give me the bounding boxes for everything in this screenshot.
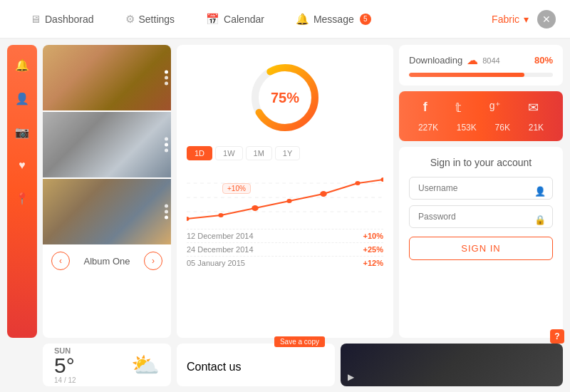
chart-val-2: +12%	[363, 259, 383, 267]
chart-data-row-1: 24 December 2014 +25%	[187, 242, 383, 256]
twitter-stat: 153K	[457, 123, 477, 133]
facebook-icon[interactable]: f	[423, 100, 428, 115]
contact-title: Contact us	[187, 351, 325, 373]
album-image-3	[43, 179, 171, 244]
download-cloud-icon: ☁	[467, 53, 478, 67]
signin-button[interactable]: SIGN IN	[409, 237, 553, 260]
password-icon: 🔒	[534, 215, 546, 225]
progress-fill	[409, 73, 524, 77]
nav-dashboard-label: Dashborad	[45, 14, 94, 25]
nav-settings[interactable]: ⚙ Settings	[110, 0, 191, 38]
donut-chart: 75%	[187, 55, 383, 140]
right-panel: Downloading ☁ 8044 80% f 𝕥 g⁺ ✉	[399, 45, 563, 338]
album-card: ‹ Album One ›	[43, 45, 171, 338]
chart-tabs: 1D 1W 1M 1Y	[187, 146, 383, 160]
username-icon: 👤	[534, 186, 546, 197]
fabric-arrow-icon: ▾	[524, 14, 529, 25]
album-prev-button[interactable]: ‹	[51, 252, 70, 270]
left-sidebar: 🔔 👤 📷 ♥ 📍	[7, 45, 37, 338]
social-card: f 𝕥 g⁺ ✉ 227K 153K 76K 21K	[399, 91, 563, 141]
weather-date: 14 / 12	[54, 376, 76, 384]
chart-date-0: 12 December 2014	[187, 232, 254, 240]
help-badge[interactable]: ?	[550, 329, 564, 344]
album-image-1	[43, 45, 171, 110]
download-label: Downloading	[409, 55, 462, 66]
googleplus-icon[interactable]: g⁺	[489, 100, 500, 115]
nav-fabric[interactable]: Fabric ▾ ✕	[492, 10, 556, 29]
username-input[interactable]	[409, 177, 553, 200]
weather-info: SUN 5° 14 / 12	[54, 346, 76, 384]
top-nav: 🖥 Dashborad ⚙ Settings 📅 Calendar 🔔 Mess…	[0, 0, 570, 39]
save-copy-badge[interactable]: Save a copy	[274, 336, 325, 347]
password-input[interactable]	[409, 205, 553, 228]
social-stats-row: 227K 153K 76K 21K	[409, 123, 553, 133]
dashboard-icon: 🖥	[30, 13, 41, 25]
tab-1y[interactable]: 1Y	[275, 146, 300, 160]
svg-point-5	[187, 217, 190, 221]
line-chart: +10%	[187, 169, 383, 226]
download-title: Downloading ☁ 8044	[409, 53, 500, 67]
googleplus-stat: 76K	[495, 123, 510, 133]
password-wrapper: 🔒	[409, 205, 553, 234]
chart-card: 75% 1D 1W 1M 1Y	[177, 45, 393, 338]
svg-point-6	[218, 213, 223, 217]
line-chart-svg	[187, 169, 383, 226]
twitter-icon[interactable]: 𝕥	[455, 100, 461, 115]
bottom-image-text: ▶	[348, 372, 354, 382]
message-icon: 🔔	[296, 13, 309, 26]
tab-1m[interactable]: 1M	[246, 146, 272, 160]
chart-data-row-2: 05 January 2015 +12%	[187, 256, 383, 269]
album-title: Album One	[83, 256, 130, 267]
nav-calendar[interactable]: 📅 Calendar	[190, 0, 280, 38]
image-dots-1	[165, 71, 168, 86]
weather-temp: 5°	[54, 355, 76, 376]
download-card: Downloading ☁ 8044 80%	[399, 45, 563, 86]
sidebar-bell-icon[interactable]: 🔔	[12, 56, 32, 75]
svg-point-8	[286, 199, 291, 203]
progress-bar	[409, 73, 553, 77]
facebook-stat: 227K	[418, 123, 438, 133]
nav-message-label: Message	[314, 14, 354, 25]
svg-point-11	[380, 177, 383, 182]
image-dots-3	[165, 205, 168, 220]
nav-dashboard[interactable]: 🖥 Dashborad	[14, 0, 110, 38]
email-icon[interactable]: ✉	[528, 100, 539, 115]
svg-point-7	[252, 205, 259, 211]
sidebar-user-icon[interactable]: 👤	[12, 89, 32, 108]
contact-card: Save a copy Contact us	[177, 344, 335, 386]
chart-legend: +10%	[222, 183, 251, 194]
svg-point-10	[355, 181, 360, 185]
username-wrapper: 👤	[409, 177, 553, 205]
album-images	[43, 45, 171, 244]
sidebar-location-icon[interactable]: 📍	[12, 189, 32, 208]
sidebar-camera-icon[interactable]: 📷	[12, 123, 32, 142]
fabric-label: Fabric	[492, 14, 519, 25]
album-next-button[interactable]: ›	[144, 252, 162, 270]
bottom-image: ▶	[341, 344, 563, 386]
weather-card: SUN 5° 14 / 12 ⛅	[43, 344, 171, 386]
settings-icon: ⚙	[125, 13, 135, 26]
email-stat: 21K	[529, 123, 544, 133]
chart-val-0: +10%	[363, 232, 383, 240]
social-icons-row: f 𝕥 g⁺ ✉	[409, 100, 553, 115]
tab-1w[interactable]: 1W	[215, 146, 243, 160]
close-icon[interactable]: ✕	[537, 10, 556, 29]
tab-1d[interactable]: 1D	[187, 146, 212, 160]
signin-card: Sign in to your account 👤 🔒 SIGN IN ?	[399, 147, 563, 338]
chart-date-2: 05 January 2015	[187, 259, 245, 267]
bottom-sidebar-spacer	[7, 344, 37, 386]
download-header: Downloading ☁ 8044 80%	[409, 53, 553, 67]
bottom-row: SUN 5° 14 / 12 ⛅ Save a copy Contact us …	[7, 344, 563, 386]
nav-message[interactable]: 🔔 Message 5	[280, 0, 387, 38]
chart-val-1: +25%	[363, 245, 383, 254]
chart-date-1: 24 December 2014	[187, 245, 254, 254]
chart-data-row-0: 12 December 2014 +10%	[187, 229, 383, 242]
svg-point-9	[320, 191, 327, 197]
donut-percent: 75%	[271, 90, 299, 106]
sidebar-heart-icon[interactable]: ♥	[16, 156, 28, 175]
nav-settings-label: Settings	[139, 14, 175, 25]
album-image-2	[43, 112, 171, 177]
weather-icon: ⛅	[131, 351, 160, 378]
album-footer: ‹ Album One ›	[43, 244, 171, 277]
message-badge: 5	[360, 14, 371, 25]
